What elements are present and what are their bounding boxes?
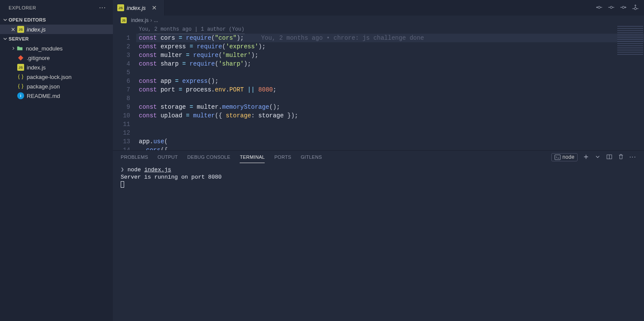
terminal-cursor [121, 181, 124, 188]
code-line[interactable]: cors({ [136, 146, 644, 150]
js-file-icon: JS [17, 26, 24, 33]
svg-point-0 [598, 6, 600, 8]
panel-tab-problems[interactable]: PROBLEMS [121, 151, 148, 163]
prompt-icon: ❯ [121, 167, 124, 173]
code-line[interactable]: const port = process.env.PORT || 8080; [136, 85, 644, 94]
inline-blame: You, 2 months ago • chrore: js challenge… [261, 35, 424, 41]
code-editor[interactable]: 123 456 789 101112 1314 You, 2 months ag… [113, 25, 644, 150]
file-tree-item[interactable]: .gitignore [0, 53, 113, 63]
chevron-down-icon[interactable] [594, 154, 601, 161]
file-label: node_modules [26, 45, 63, 52]
code-line[interactable]: const cors = require("cors");You, 2 mont… [136, 34, 644, 42]
file-label: .gitignore [27, 55, 50, 61]
minimap[interactable] [617, 26, 643, 56]
file-tree-item[interactable]: i README.md [0, 91, 113, 101]
breadcrumb[interactable]: JS index.js › ... [113, 16, 644, 25]
file-tree-item[interactable]: package.json [0, 82, 113, 91]
svg-point-1 [610, 6, 613, 8]
explorer-sidebar: EXPLORER ··· OPEN EDITORS ✕ JS index.js … [0, 0, 113, 321]
split-panel-icon[interactable] [606, 154, 613, 161]
js-file-icon: JS [117, 4, 124, 11]
file-tree-folder[interactable]: node_modules [0, 44, 113, 53]
svg-point-3 [635, 7, 637, 9]
file-label: package.json [27, 83, 60, 90]
editor-tab[interactable]: JS index.js ✕ [113, 0, 165, 16]
panel-tab-terminal[interactable]: TERMINAL [240, 151, 265, 163]
git-next-icon[interactable] [620, 4, 627, 12]
file-tree-item[interactable]: package-lock.json [0, 72, 113, 82]
more-icon[interactable]: ··· [629, 153, 636, 161]
explorer-header: EXPLORER ··· [0, 0, 113, 15]
project-header[interactable]: SERVER [0, 34, 113, 44]
git-icon [17, 54, 24, 61]
code-line[interactable] [136, 129, 644, 137]
folder-icon [16, 45, 23, 52]
chevron-right-icon: › [150, 17, 152, 23]
terminal-line: Server is running on port 8080 [121, 173, 636, 181]
open-editor-item[interactable]: ✕ JS index.js [0, 25, 113, 34]
project-label: SERVER [9, 36, 29, 41]
line-gutter: 123 456 789 101112 1314 [113, 25, 136, 150]
editor-actions [591, 0, 644, 16]
chevron-down-icon [2, 35, 9, 42]
open-editor-label: index.js [27, 26, 46, 33]
code-line[interactable]: const multer = require('multer'); [136, 51, 644, 60]
file-label: package-lock.json [27, 74, 72, 80]
open-editors-header[interactable]: OPEN EDITORS [0, 15, 113, 25]
git-prev-icon[interactable] [596, 4, 603, 12]
svg-rect-4 [555, 154, 560, 159]
explorer-more-icon[interactable]: ··· [97, 4, 108, 12]
git-upload-icon[interactable] [632, 4, 639, 12]
terminal-output[interactable]: ❯ node index.js Server is running on por… [113, 164, 644, 321]
panel-actions: node ··· [551, 153, 636, 161]
code-line[interactable] [136, 94, 644, 103]
code-line[interactable]: const express = require('express'); [136, 42, 644, 51]
js-file-icon: JS [121, 17, 127, 23]
explorer-title: EXPLORER [9, 5, 36, 10]
open-editors-label: OPEN EDITORS [9, 17, 46, 22]
tab-label: index.js [127, 5, 146, 11]
code-line[interactable]: const app = express(); [136, 77, 644, 85]
panel-tab-debug[interactable]: DEBUG CONSOLE [188, 151, 231, 163]
codelens[interactable]: You, 2 months ago | 1 author (You) [136, 25, 644, 34]
code-line[interactable]: const upload = multer({ storage: storage… [136, 111, 644, 120]
svg-point-2 [622, 6, 625, 8]
git-commit-icon[interactable] [608, 4, 615, 12]
tab-bar: JS index.js ✕ [113, 0, 644, 16]
panel-tab-gitlens[interactable]: GITLENS [301, 151, 322, 163]
code-line[interactable]: app.use( [136, 137, 644, 146]
close-icon[interactable]: ✕ [152, 4, 157, 11]
trash-icon[interactable] [618, 154, 624, 161]
file-label: index.js [27, 64, 46, 71]
chevron-right-icon [10, 46, 16, 51]
panel-tabs: PROBLEMS OUTPUT DEBUG CONSOLE TERMINAL P… [113, 151, 644, 164]
chevron-down-icon [2, 16, 9, 23]
js-file-icon: JS [17, 64, 24, 71]
code-line[interactable] [136, 120, 644, 129]
code-line[interactable]: const storage = multer.memoryStorage(); [136, 103, 644, 111]
new-terminal-icon[interactable] [583, 154, 589, 161]
info-icon: i [17, 92, 24, 99]
file-tree-item[interactable]: JS index.js [0, 63, 113, 72]
editor-main: JS index.js ✕ JS index.js › ... 123 456 … [113, 0, 644, 321]
breadcrumb-rest: ... [154, 17, 158, 23]
file-label: README.md [27, 93, 60, 99]
panel-tab-ports[interactable]: PORTS [274, 151, 291, 163]
code-line[interactable]: const sharp = require('sharp'); [136, 60, 644, 68]
panel-tab-output[interactable]: OUTPUT [158, 151, 178, 163]
close-icon[interactable]: ✕ [9, 26, 16, 33]
breadcrumb-file: index.js [131, 17, 149, 23]
code-line[interactable] [136, 68, 644, 77]
json-icon [17, 73, 24, 80]
terminal-process[interactable]: node [551, 153, 578, 161]
json-icon [17, 83, 24, 90]
bottom-panel: PROBLEMS OUTPUT DEBUG CONSOLE TERMINAL P… [113, 150, 644, 321]
code-area[interactable]: You, 2 months ago | 1 author (You) const… [136, 25, 644, 150]
